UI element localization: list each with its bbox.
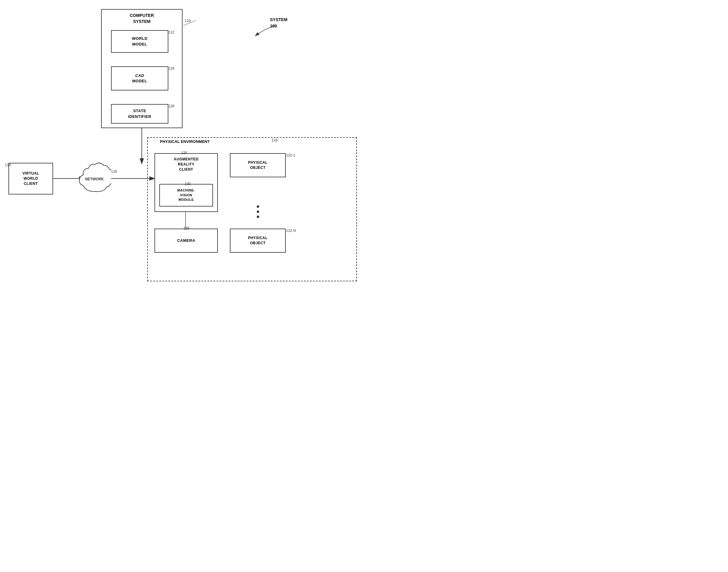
computer-system-label: COMPUTERSYSTEM	[112, 13, 172, 24]
label-112: 112	[169, 30, 175, 34]
label-120: 120	[181, 151, 187, 155]
label-114: 114	[5, 163, 11, 167]
virtual-world-client-box: VIRTUALWORLDCLIENT	[8, 163, 53, 195]
label-122-n: 122-N	[286, 228, 296, 233]
label-118: 118	[271, 138, 277, 142]
physical-environment-label: PHYSICAL ENVIRONMENT	[160, 139, 210, 144]
machine-vision-module-box: MACHINE-VISIONMODULE	[159, 184, 213, 207]
label-122-1: 122-1	[286, 153, 295, 157]
physical-object-1-box: PHYSICALOBJECT	[230, 153, 286, 177]
cad-model-box: CADMODEL	[111, 66, 169, 90]
label-116: 116	[111, 169, 117, 174]
diagram: COMPUTERSYSTEM 110 WORLDMODEL 112 CADMOD…	[0, 0, 364, 286]
network-cloud: NETWORK	[78, 160, 111, 196]
label-126: 126	[169, 104, 175, 108]
label-128: 128	[184, 226, 190, 230]
state-identifier-box: STATEIDENTIFIER	[111, 104, 169, 124]
label-124: 124	[169, 66, 175, 71]
svg-text:NETWORK: NETWORK	[85, 177, 104, 181]
label-130: 130	[185, 182, 191, 186]
physical-object-n-box: PHYSICALOBJECT	[230, 228, 286, 253]
camera-box: CAMERA	[154, 228, 218, 253]
world-model-box: WORLDMODEL	[111, 30, 169, 53]
label-110: 110	[185, 19, 191, 23]
system-100-label: SYSTEM100	[270, 17, 287, 29]
